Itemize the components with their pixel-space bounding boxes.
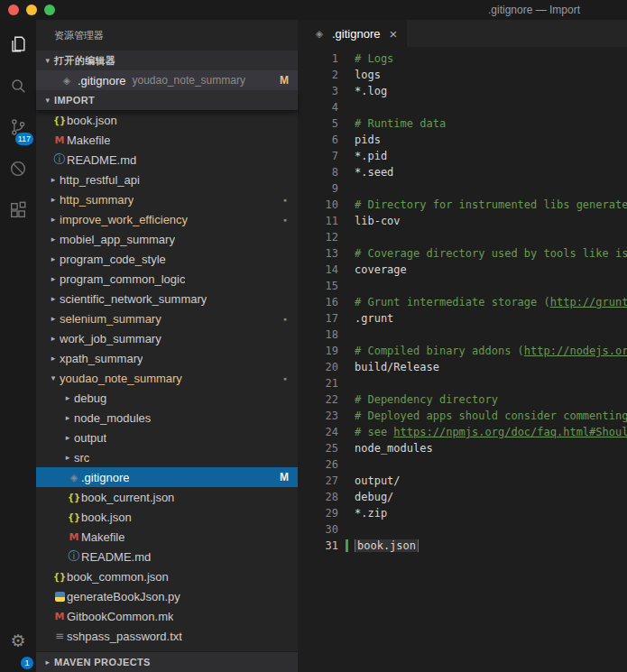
activity-source-control-button[interactable]: 117 (0, 106, 36, 148)
code-line[interactable]: 1# Logs (298, 51, 627, 67)
code-line[interactable]: 22# Dependency directory (298, 391, 627, 408)
code-text: coverage (355, 263, 627, 276)
code-line[interactable]: 20build/Release (298, 359, 627, 375)
tree-item-label: program_common_logic (60, 272, 185, 286)
tree-item[interactable]: ≡sshpass_password.txt (36, 626, 298, 646)
code-line[interactable]: 12 (298, 229, 627, 245)
tree-item[interactable]: {}book.json (36, 507, 298, 527)
code-line[interactable]: 13# Coverage directory used by tools lik… (298, 245, 627, 262)
tree-item[interactable]: generateBookJson.py (36, 586, 298, 606)
close-tab-icon[interactable]: × (389, 27, 397, 41)
code-line[interactable]: 24# see https://npmjs.org/doc/faq.html#S… (298, 424, 627, 440)
tree-item[interactable]: ▸program_common_logic (36, 269, 298, 289)
tree-item[interactable]: MMakefile (36, 527, 298, 547)
code-text: # Logs (355, 52, 627, 65)
code-area[interactable]: 1# Logs2logs3*.log45# Runtime data6pids7… (298, 47, 627, 672)
code-line[interactable]: 7*.pid (298, 148, 627, 164)
tree-item-label: node_modules (74, 411, 151, 425)
line-number: 16 (298, 296, 338, 308)
gutter (338, 521, 355, 538)
code-line[interactable]: 8*.seed (298, 164, 627, 180)
tree-item[interactable]: ⓘREADME.md (36, 547, 298, 566)
tree-item[interactable]: ▸http_restful_api (36, 170, 298, 189)
open-editor-filename: .gitignore (78, 74, 125, 87)
activity-explorer-button[interactable] (0, 23, 36, 65)
code-line[interactable]: 2logs (298, 67, 627, 83)
code-line[interactable]: 15 (298, 278, 627, 294)
chevron-down-icon: ▾ (41, 96, 54, 105)
code-line[interactable]: 30 (298, 521, 627, 538)
code-line[interactable]: 28debug/ (298, 489, 627, 505)
tree-item-label: youdao_note_summary (60, 372, 182, 385)
settings-badge: 1 (21, 657, 33, 669)
code-line[interactable]: 23# Deployed apps should consider commen… (298, 408, 627, 424)
import-section-header[interactable]: ▾ IMPORT (36, 90, 298, 110)
code-line[interactable]: 4 (298, 99, 627, 115)
minimize-window-button[interactable] (26, 5, 37, 15)
tree-item-label: GitbookCommon.mk (67, 610, 173, 623)
code-line[interactable]: 16# Grunt intermediate storage (http://g… (298, 294, 627, 310)
tree-item[interactable]: ⓘREADME.md (36, 150, 298, 170)
tree-item-label: book.json (81, 511, 132, 524)
code-line[interactable]: 21 (298, 375, 627, 391)
activity-debug-button[interactable] (0, 148, 36, 189)
tree-item[interactable]: ▸node_modules (36, 408, 298, 428)
maven-projects-header[interactable]: ▸ MAVEN PROJECTS (36, 651, 298, 672)
gitignore-icon: ◈ (67, 470, 81, 484)
tree-item[interactable]: ◈.gitignoreM (36, 467, 298, 487)
tree-item[interactable]: MGitbookCommon.mk (36, 606, 298, 626)
tree-item[interactable]: {}book_current.json (36, 487, 298, 507)
settings-button[interactable]: ⚙ 1 (0, 620, 36, 672)
tree-item[interactable]: ▸improve_work_efficiency● (36, 209, 298, 229)
code-line[interactable]: 25node_modules (298, 440, 627, 456)
code-line[interactable]: 19# Compiled binary addons (http://nodej… (298, 343, 627, 359)
gutter (338, 473, 355, 489)
tree-item[interactable]: ▸scientific_network_summary (36, 289, 298, 308)
tab-gitignore[interactable]: ◈ .gitignore × (298, 20, 407, 47)
code-line[interactable]: 3*.log (298, 83, 627, 99)
code-line[interactable]: 11lib-cov (298, 213, 627, 229)
tree-item[interactable]: ▸debug (36, 388, 298, 408)
open-editors-header[interactable]: ▾ 打开的编辑器 (36, 51, 298, 70)
tree-item[interactable]: ▸xpath_summary (36, 348, 298, 368)
gutter (338, 245, 355, 262)
tree-item[interactable]: {}book.json (36, 110, 298, 130)
code-line[interactable]: 14coverage (298, 262, 627, 278)
tree-item[interactable]: ▸program_code_style (36, 249, 298, 269)
line-number: 4 (298, 101, 338, 114)
tree-item[interactable]: ▸selenium_summary● (36, 308, 298, 328)
code-text: logs (355, 69, 627, 81)
tree-item-label: book_current.json (81, 491, 174, 504)
code-line[interactable]: 5# Runtime data (298, 115, 627, 132)
close-window-button[interactable] (8, 5, 19, 15)
tree-item[interactable]: ▸http_summary● (36, 189, 298, 209)
tree-item[interactable]: ▸output (36, 428, 298, 447)
info-icon: ⓘ (52, 152, 67, 167)
line-number: 31 (298, 539, 338, 552)
tree-item-label: selenium_summary (60, 312, 161, 326)
activity-search-button[interactable] (0, 65, 36, 106)
tree-item[interactable]: {}book_common.json (36, 566, 298, 586)
zoom-window-button[interactable] (44, 5, 55, 15)
code-line[interactable]: 26 (298, 456, 627, 473)
code-line[interactable]: 27output/ (298, 473, 627, 489)
gutter (338, 391, 355, 408)
code-line[interactable]: 10# Directory for instrumented libs gene… (298, 197, 627, 213)
line-number: 20 (298, 361, 338, 373)
code-line[interactable]: 6pids (298, 132, 627, 148)
code-line[interactable]: 9 (298, 180, 627, 197)
tree-item-label: src (74, 451, 89, 465)
open-editor-item[interactable]: ◈ .gitignore youdao_note_summary M (36, 70, 298, 90)
code-text: *.seed (355, 166, 627, 179)
tree-item-label: Makefile (81, 530, 124, 544)
tree-item[interactable]: MMakefile (36, 130, 298, 150)
tree-item[interactable]: ▾youdao_note_summary● (36, 368, 298, 388)
code-line[interactable]: 17.grunt (298, 310, 627, 327)
tree-item[interactable]: ▸src (36, 447, 298, 467)
code-line[interactable]: 29*.zip (298, 505, 627, 521)
activity-extensions-button[interactable] (0, 189, 36, 231)
code-line[interactable]: 18 (298, 327, 627, 343)
tree-item[interactable]: ▸work_job_summary (36, 328, 298, 348)
code-line[interactable]: 31book.json (298, 538, 627, 554)
tree-item[interactable]: ▸mobiel_app_summary (36, 229, 298, 249)
